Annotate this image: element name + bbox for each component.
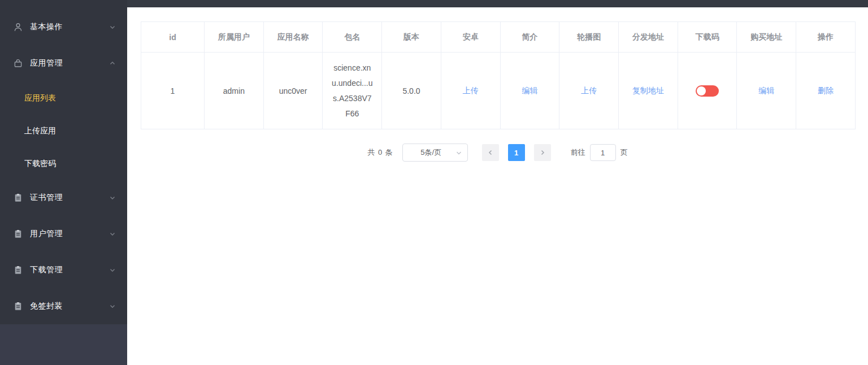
chevron-right-icon [539,149,546,156]
goto-page-input[interactable] [590,144,616,161]
sidebar-item-label: 应用管理 [30,58,109,68]
sidebar-item-label: 下载管理 [30,265,109,275]
clipboard-icon [13,229,23,239]
page-1-button[interactable]: 1 [508,144,525,161]
clipboard-icon [13,265,23,275]
cell-owner: admin [205,53,264,129]
sidebar-item-label: 免签封装 [30,301,109,311]
column-header-package: 包名 [323,22,382,53]
sidebar-subitem-label: 上传应用 [24,126,56,135]
cell-download-code [678,53,737,129]
table-container: id 所属用户 应用名称 包名 版本 安卓 简介 轮播图 分发地址 下载码 购买… [141,21,856,129]
delete-link[interactable]: 删除 [818,86,834,95]
column-header-carousel: 轮播图 [559,22,619,53]
column-header-android: 安卓 [441,22,500,53]
chevron-left-icon [487,149,494,156]
cell-app-name: unc0ver [263,53,323,129]
sidebar-item-basic-ops[interactable]: 基本操作 [0,9,127,45]
column-header-purchase-address: 购买地址 [737,22,796,53]
pagination: 共 0 条 5条/页 1 前往 页 [127,144,868,162]
intro-edit-link[interactable]: 编辑 [522,86,537,95]
purchase-edit-link[interactable]: 编辑 [758,86,774,95]
sidebar-item-download-password[interactable]: 下载密码 [0,147,127,180]
cell-purchase-address: 编辑 [737,53,796,129]
table-row: 1 admin unc0ver science.xnu.undeci...us.… [141,53,856,129]
column-header-id: id [141,22,205,53]
cell-intro: 编辑 [500,53,559,129]
sidebar-item-cert-mgmt[interactable]: 证书管理 [0,180,127,216]
sidebar-item-user-mgmt[interactable]: 用户管理 [0,216,127,252]
sidebar-item-download-mgmt[interactable]: 下载管理 [0,252,127,288]
sidebar-subitem-label: 应用列表 [24,93,56,102]
sidebar-item-app-mgmt[interactable]: 应用管理 [0,45,127,81]
column-header-version: 版本 [382,22,441,53]
total-count-label: 共 0 条 [367,147,393,158]
page-size-value: 5条/页 [420,147,449,158]
chevron-down-icon [109,267,116,273]
sidebar-subitem-label: 下载密码 [24,159,56,168]
download-code-switch[interactable] [696,85,719,97]
switch-knob [697,86,706,95]
sidebar-item-label: 基本操作 [30,22,109,32]
android-upload-link[interactable]: 上传 [463,86,479,95]
clipboard-icon [13,193,23,203]
sidebar-item-app-list[interactable]: 应用列表 [0,81,127,114]
cell-distribute-address: 复制地址 [619,53,678,129]
sidebar-item-label: 用户管理 [30,229,109,239]
copy-address-link[interactable]: 复制地址 [632,86,664,95]
goto-label: 前往 [571,147,585,158]
chevron-up-icon [109,60,116,67]
next-page-button[interactable] [534,144,551,161]
carousel-upload-link[interactable]: 上传 [581,86,597,95]
column-header-download-code: 下载码 [678,22,737,53]
column-header-distribute-address: 分发地址 [619,22,678,53]
chevron-down-icon [109,24,116,31]
sidebar-item-upload-app[interactable]: 上传应用 [0,114,127,147]
cell-version: 5.0.0 [382,53,441,129]
chevron-down-icon [109,194,116,201]
cell-actions: 删除 [796,53,856,129]
chevron-down-icon [109,303,116,310]
column-header-app-name: 应用名称 [263,22,323,53]
column-header-actions: 操作 [796,22,856,53]
cell-carousel: 上传 [559,53,619,129]
column-header-intro: 简介 [500,22,559,53]
cell-android: 上传 [441,53,500,129]
package-text: science.xnu.undeci...us.A2538V7F66 [331,60,374,121]
clipboard-icon [13,301,23,311]
sidebar-menu: 基本操作 应用管理 应用列表 上传应用 [0,0,127,324]
sidebar: 基本操作 应用管理 应用列表 上传应用 [0,0,127,365]
app-table: id 所属用户 应用名称 包名 版本 安卓 简介 轮播图 分发地址 下载码 购买… [141,21,856,129]
app-window: 基本操作 应用管理 应用列表 上传应用 [0,0,868,365]
app-mgmt-submenu: 应用列表 上传应用 下载密码 [0,81,127,180]
top-bar [127,0,868,7]
chevron-down-icon [455,150,462,157]
column-header-owner: 所属用户 [205,22,264,53]
table-header-row: id 所属用户 应用名称 包名 版本 安卓 简介 轮播图 分发地址 下载码 购买… [141,22,856,53]
bag-icon [13,58,23,68]
cell-id: 1 [141,53,205,129]
sidebar-item-label: 证书管理 [30,193,109,203]
page-size-select[interactable]: 5条/页 [402,144,468,162]
user-icon [13,22,23,32]
prev-page-button[interactable] [482,144,499,161]
cell-package: science.xnu.undeci...us.A2538V7F66 [323,53,382,129]
main-content: id 所属用户 应用名称 包名 版本 安卓 简介 轮播图 分发地址 下载码 购买… [127,0,868,365]
sidebar-item-signfree-package[interactable]: 免签封装 [0,288,127,324]
chevron-down-icon [109,231,116,237]
page-unit-label: 页 [620,147,628,158]
